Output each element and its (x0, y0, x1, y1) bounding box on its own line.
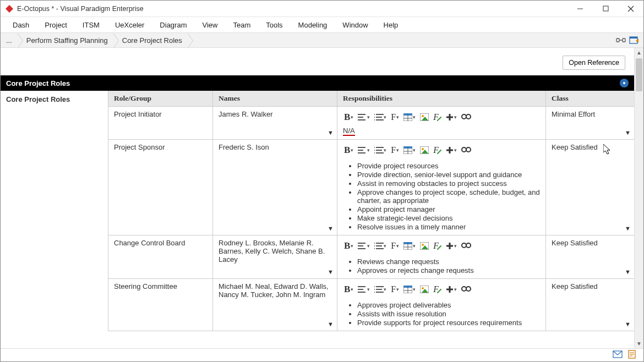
font-button[interactable]: F▾ (390, 240, 400, 251)
list-button[interactable]: ▾ (373, 113, 388, 122)
font-button[interactable]: F▾ (390, 112, 400, 123)
list-item: Assist in removing obstacles to project … (357, 179, 540, 188)
table-button[interactable]: ▾ (402, 113, 417, 122)
dropdown-icon[interactable]: ▼ (328, 321, 334, 327)
bold-button[interactable]: B▾ (343, 144, 354, 156)
insert-button[interactable]: ▾ (445, 146, 458, 155)
responsibility-text[interactable]: N/A (343, 127, 540, 136)
minimize-button[interactable] (567, 1, 593, 17)
cell-role[interactable]: Change Control Board (108, 235, 213, 278)
menu-view[interactable]: View (202, 21, 217, 29)
breadcrumb-label: Core Project Roles (122, 36, 182, 45)
find-button[interactable] (460, 113, 472, 122)
list-button[interactable]: ▾ (373, 285, 388, 294)
breadcrumb-root[interactable]: ... (1, 33, 18, 47)
menu-tools[interactable]: Tools (266, 21, 282, 29)
breadcrumb-current[interactable]: Core Project Roles (113, 33, 188, 47)
clear-format-button[interactable]: F (432, 112, 443, 123)
align-left-button[interactable]: ▾ (357, 146, 371, 155)
scroll-up-icon[interactable]: ▲ (635, 48, 643, 57)
responsibility-list[interactable]: Approves project deliverablesAssists wit… (343, 301, 540, 327)
info-icon[interactable] (620, 79, 629, 87)
dropdown-icon[interactable]: ▼ (328, 268, 334, 275)
insert-button[interactable]: ▾ (445, 113, 458, 122)
table-button[interactable]: ▾ (402, 285, 417, 294)
table-row: Change Control Board Rodney L. Brooks, M… (108, 235, 634, 279)
cell-class[interactable]: Keep Satisfied ▼ (546, 279, 634, 331)
responsibility-list[interactable]: Provide project resourcesProvide directi… (343, 162, 540, 231)
cell-responsibilities[interactable]: B▾ ▾ ▾ F▾ ▾ F ▾ Approves project deliver… (337, 279, 546, 331)
dropdown-icon[interactable]: ▼ (625, 129, 631, 136)
menu-diagram[interactable]: Diagram (160, 21, 187, 29)
clear-format-button[interactable]: F (432, 240, 443, 251)
align-left-button[interactable]: ▾ (357, 113, 371, 122)
image-button[interactable] (419, 285, 430, 294)
insert-button[interactable]: ▾ (445, 242, 458, 250)
clear-format-button[interactable]: F (432, 284, 443, 295)
cell-responsibilities[interactable]: B▾ ▾ ▾ F▾ ▾ F ▾ N/A (337, 107, 546, 139)
cell-role[interactable]: Project Initiator (108, 107, 213, 139)
cell-names[interactable]: James R. Walker ▼ (213, 107, 337, 139)
dropdown-icon[interactable]: ▼ (328, 225, 334, 232)
menu-uexceler[interactable]: UeXceler (115, 21, 144, 29)
clear-format-button[interactable]: F (432, 145, 443, 156)
switch-view-icon[interactable] (629, 35, 639, 45)
section-title: Core Project Roles (6, 79, 70, 87)
bold-button[interactable]: B▾ (343, 240, 354, 252)
font-button[interactable]: F▾ (390, 145, 400, 156)
link-icon[interactable] (616, 35, 626, 45)
cell-class[interactable]: Keep Satisfied ▼ (546, 235, 634, 278)
svg-rect-6 (623, 39, 625, 42)
vertical-scrollbar[interactable]: ▲ ▼ (634, 48, 643, 348)
document-icon[interactable] (628, 350, 636, 360)
dropdown-icon[interactable]: ▼ (625, 268, 631, 275)
menu-project[interactable]: Project (45, 21, 67, 29)
cell-responsibilities[interactable]: B▾ ▾ ▾ F▾ ▾ F ▾ Reviews change requestsA… (337, 235, 546, 278)
table-button[interactable]: ▾ (402, 146, 417, 155)
cell-names[interactable]: Rodney L. Brooks, Melanie R. Barnes, Kel… (213, 235, 337, 278)
cell-names[interactable]: Michael M. Neal, Edward D. Walls, Nancy … (213, 279, 337, 331)
rich-text-toolbar: B▾ ▾ ▾ F▾ ▾ F ▾ (343, 143, 540, 160)
find-button[interactable] (460, 285, 472, 294)
image-button[interactable] (419, 113, 430, 122)
close-button[interactable] (618, 1, 643, 17)
dropdown-icon[interactable]: ▼ (625, 225, 631, 232)
list-button[interactable]: ▾ (373, 242, 388, 250)
insert-button[interactable]: ▾ (445, 285, 458, 294)
menu-modeling[interactable]: Modeling (298, 21, 328, 29)
align-left-button[interactable]: ▾ (357, 242, 371, 250)
list-item: Provide project resources (357, 162, 540, 170)
find-button[interactable] (460, 242, 472, 250)
font-button[interactable]: F▾ (390, 284, 400, 295)
image-button[interactable] (419, 146, 430, 155)
dropdown-icon[interactable]: ▼ (328, 129, 334, 136)
cell-class[interactable]: Keep Satisfied ▼ (546, 140, 634, 235)
menu-window[interactable]: Window (342, 21, 368, 29)
find-button[interactable] (460, 146, 472, 155)
scroll-thumb[interactable] (636, 58, 642, 91)
svg-point-36 (466, 147, 471, 152)
rich-text-toolbar: B▾ ▾ ▾ F▾ ▾ F ▾ (343, 239, 540, 255)
responsibility-list[interactable]: Reviews change requestsApproves or rejec… (343, 257, 540, 275)
image-button[interactable] (419, 242, 430, 250)
cell-names[interactable]: Frederic S. Ison ▼ (213, 140, 337, 235)
menu-team[interactable]: Team (233, 21, 250, 29)
cell-class[interactable]: Minimal Effort ▼ (546, 107, 634, 139)
bold-button[interactable]: B▾ (343, 283, 354, 295)
cell-role[interactable]: Project Sponsor (108, 140, 213, 235)
list-button[interactable]: ▾ (373, 146, 388, 155)
cell-role[interactable]: Steering Committee (108, 279, 213, 331)
breadcrumb-parent[interactable]: Perform Staffing Planning (18, 33, 113, 47)
cell-responsibilities[interactable]: B▾ ▾ ▾ F▾ ▾ F ▾ Provide project resource… (337, 140, 546, 235)
dropdown-icon[interactable]: ▼ (625, 321, 631, 327)
table-button[interactable]: ▾ (402, 242, 417, 250)
mail-icon[interactable] (613, 350, 623, 360)
menu-dash[interactable]: Dash (13, 21, 29, 29)
open-reference-button[interactable]: Open Reference (563, 56, 625, 70)
menu-itsm[interactable]: ITSM (83, 21, 100, 29)
scroll-down-icon[interactable]: ▼ (635, 339, 643, 348)
bold-button[interactable]: B▾ (343, 111, 354, 123)
menu-help[interactable]: Help (384, 21, 399, 29)
maximize-button[interactable] (593, 1, 618, 17)
align-left-button[interactable]: ▾ (357, 285, 371, 294)
